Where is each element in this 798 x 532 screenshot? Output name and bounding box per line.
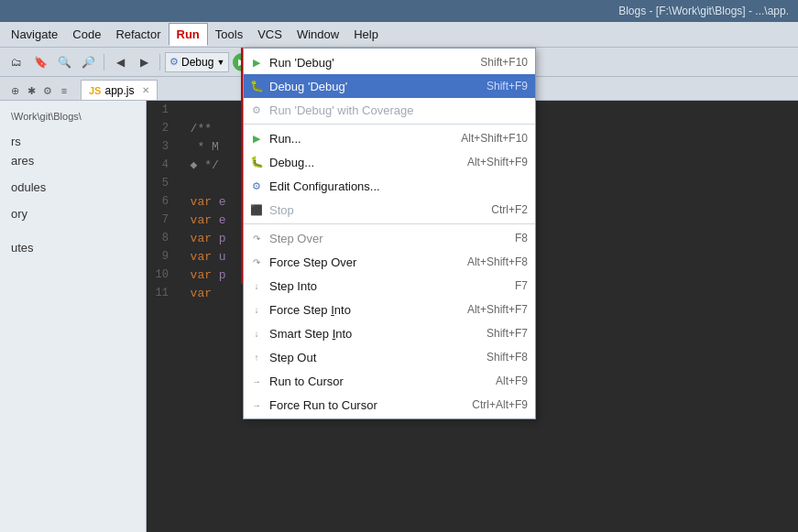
sidebar-item-utes[interactable]: utes (0, 238, 146, 257)
debug-shortcut: Alt+Shift+F9 (467, 156, 528, 168)
debug-label: Debug... (269, 156, 314, 169)
sidebar-item-ory[interactable]: ory (0, 204, 146, 223)
debug-config-icon: ⚙ (169, 56, 179, 68)
force-step-into-icon: ↓ (249, 302, 264, 317)
tab-actions: ⊕ ✱ ⚙ ≡ (4, 81, 75, 100)
edit-config-icon: ⚙ (249, 179, 264, 193)
sidebar-item-ares[interactable]: ares (0, 151, 146, 170)
debug-debug-shortcut: Shift+F9 (486, 80, 528, 92)
run-menu-run[interactable]: ▶ Run... Alt+Shift+F10 (244, 126, 535, 150)
toolbar-btn-forward[interactable]: ▶ (133, 52, 155, 72)
debug-debug-label: Debug 'Debug' (269, 80, 347, 93)
force-step-into-shortcut: Alt+Shift+F7 (467, 303, 528, 316)
menu-bar: Navigate Code Refactor Run Tools VCS Win… (0, 22, 798, 48)
sidebar-path: \Work\git\Blogs\ (0, 108, 146, 125)
step-over-label: Step Over (269, 232, 323, 245)
coverage-label: Run 'Debug' with Coverage (269, 103, 413, 117)
toolbar-btn-3[interactable]: 🔎 (77, 52, 99, 72)
sidebar: \Work\git\Blogs\ rs ares odules ory utes (0, 101, 147, 532)
menu-navigate[interactable]: Navigate (4, 24, 65, 45)
toolbar-btn-1[interactable]: 🗂 (5, 52, 27, 72)
run-menu-smart-step-into[interactable]: ↓ Smart Step Into Shift+F7 (244, 321, 535, 345)
tab-action-add[interactable]: ⊕ (7, 83, 22, 98)
toolbar-sep-2 (159, 54, 160, 71)
step-out-icon: ↑ (249, 350, 264, 364)
tab-icon: JS (89, 85, 101, 96)
toolbar-btn-search[interactable]: 🔍 (53, 52, 75, 72)
step-into-shortcut: F7 (515, 279, 528, 292)
run-menu-run-debug[interactable]: ▶ Run 'Debug' Shift+F10 (244, 50, 535, 74)
run-menu: ▶ Run 'Debug' Shift+F10 🐛 Debug 'Debug' … (243, 48, 536, 419)
toolbar-btn-2[interactable]: 🔖 (29, 52, 51, 72)
run-menu-step-out[interactable]: ↑ Step Out Shift+F8 (244, 345, 535, 369)
debug-icon: 🐛 (249, 155, 264, 169)
title-bar: Blogs - [F:\Work\git\Blogs] - ...\app. (0, 0, 798, 22)
tab-label: app.js (104, 84, 134, 97)
run-debug-label: Run 'Debug' (269, 56, 334, 70)
force-cursor-label: Force Run to Cursor (269, 398, 377, 412)
run-menu-force-cursor[interactable]: → Force Run to Cursor Ctrl+Alt+F9 (244, 393, 535, 417)
debug-debug-icon: 🐛 (249, 79, 264, 93)
run-menu-force-step-over[interactable]: ↷ Force Step Over Alt+Shift+F8 (244, 250, 535, 274)
force-step-over-icon: ↷ (249, 255, 264, 269)
tab-action-pin[interactable]: ✱ (24, 83, 38, 98)
tab-action-menu[interactable]: ≡ (57, 83, 71, 98)
menu-sep-2 (244, 223, 535, 224)
run-menu-coverage: ⚙ Run 'Debug' with Coverage (244, 98, 535, 122)
run-menu-stop: ⬛ Stop Ctrl+F2 (244, 198, 535, 222)
tab-close[interactable]: ✕ (142, 85, 149, 95)
title-text: Blogs - [F:\Work\git\Blogs] - ...\app. (618, 5, 789, 17)
debug-config-dropdown: ▼ (216, 58, 224, 67)
run-menu-edit-config[interactable]: ⚙ Edit Configurations... (244, 174, 535, 198)
toolbar-btn-back[interactable]: ◀ (109, 52, 131, 72)
run-cursor-label: Run to Cursor (269, 375, 344, 388)
force-step-into-label: Force Step Into (269, 303, 351, 317)
force-step-over-shortcut: Alt+Shift+F8 (467, 255, 528, 268)
smart-step-into-icon: ↓ (249, 326, 264, 341)
debug-config-selector[interactable]: ⚙ Debug ▼ (165, 52, 229, 72)
menu-help[interactable]: Help (346, 24, 386, 45)
tab-appjs[interactable]: JS app.js ✕ (81, 80, 158, 100)
menu-run[interactable]: Run (169, 23, 208, 46)
menu-code[interactable]: Code (65, 24, 108, 45)
debug-config-label: Debug (181, 56, 213, 69)
smart-step-into-label: Smart Step Into (269, 327, 352, 341)
stop-shortcut: Ctrl+F2 (491, 203, 528, 216)
tab-action-settings[interactable]: ⚙ (40, 83, 55, 98)
run-label: Run... (269, 132, 301, 146)
stop-icon: ⬛ (249, 202, 264, 217)
edit-config-label: Edit Configurations... (269, 179, 380, 193)
coverage-icon: ⚙ (249, 103, 264, 117)
step-over-icon: ↷ (249, 231, 264, 245)
smart-step-into-shortcut: Shift+F7 (486, 327, 528, 340)
run-menu-step-into[interactable]: ↓ Step Into F7 (244, 274, 535, 298)
run-debug-shortcut: Shift+F10 (480, 56, 528, 69)
stop-label: Stop (269, 203, 294, 217)
run-cursor-shortcut: Alt+F9 (496, 375, 528, 387)
run-menu-step-over[interactable]: ↷ Step Over F8 (244, 226, 535, 250)
toolbar-sep-1 (104, 54, 104, 71)
run-menu-debug-debug[interactable]: 🐛 Debug 'Debug' Shift+F9 (244, 74, 535, 98)
sidebar-item-odules[interactable]: odules (0, 178, 146, 197)
run-debug-icon: ▶ (249, 55, 264, 70)
step-into-label: Step Into (269, 279, 317, 293)
menu-vcs[interactable]: VCS (250, 24, 290, 45)
step-out-shortcut: Shift+F8 (486, 351, 528, 364)
step-over-shortcut: F8 (515, 232, 528, 244)
run-menu-run-cursor[interactable]: → Run to Cursor Alt+F9 (244, 369, 535, 393)
sidebar-item-rs[interactable]: rs (0, 132, 146, 151)
force-step-over-label: Force Step Over (269, 255, 356, 269)
run-shortcut: Alt+Shift+F10 (461, 132, 528, 145)
run-menu-force-step-into[interactable]: ↓ Force Step Into Alt+Shift+F7 (244, 298, 535, 321)
run-icon: ▶ (249, 131, 264, 146)
step-out-label: Step Out (269, 351, 316, 364)
run-cursor-icon: → (249, 374, 264, 388)
force-cursor-shortcut: Ctrl+Alt+F9 (472, 398, 528, 411)
step-into-icon: ↓ (249, 278, 264, 293)
menu-tools[interactable]: Tools (208, 24, 250, 45)
run-menu-debug[interactable]: 🐛 Debug... Alt+Shift+F9 (244, 150, 535, 174)
menu-window[interactable]: Window (290, 24, 346, 45)
menu-sep-1 (244, 124, 535, 125)
menu-refactor[interactable]: Refactor (108, 24, 168, 45)
force-cursor-icon: → (249, 397, 264, 412)
